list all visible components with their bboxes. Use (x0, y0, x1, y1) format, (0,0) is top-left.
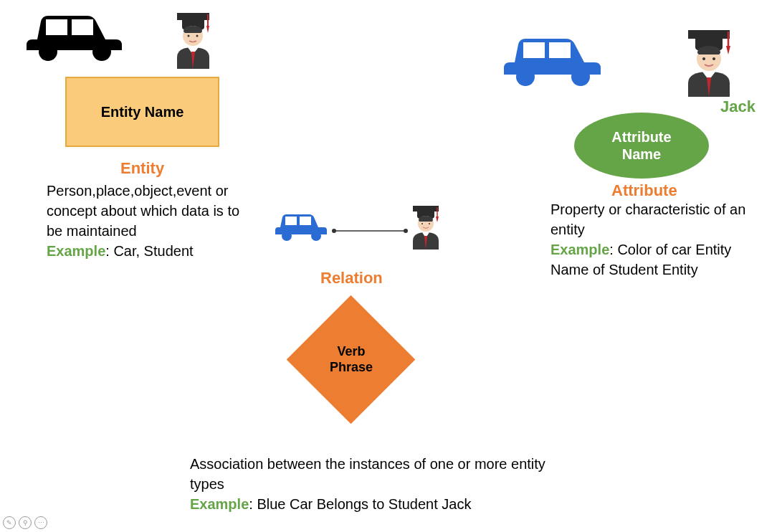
relation-heading: Relation (320, 269, 383, 288)
bottom-icon-bar: ✎ ⚲ ⋯ (3, 516, 47, 529)
svg-rect-4 (177, 13, 209, 20)
attribute-shape-ellipse: AttributeName (574, 113, 709, 179)
relation-line (330, 224, 409, 237)
relation-shape-diamond: VerbPhrase (287, 295, 416, 424)
svg-rect-11 (523, 42, 545, 58)
edit-icon-button[interactable]: ✎ (3, 516, 16, 529)
zoom-icon-button[interactable]: ⚲ (19, 516, 32, 529)
svg-point-19 (311, 231, 321, 241)
svg-point-27 (421, 223, 423, 224)
svg-rect-20 (285, 217, 297, 225)
attribute-example-label: Example (550, 242, 609, 257)
svg-rect-2 (46, 19, 67, 35)
graduate-icon-rel (405, 201, 447, 252)
relation-description: Association between the instances of one… (190, 456, 545, 492)
svg-point-16 (712, 57, 715, 60)
entity-shape-box: Entity Name (65, 77, 219, 147)
attribute-shape-label: AttributeName (611, 128, 671, 163)
svg-point-0 (39, 42, 57, 61)
svg-point-23 (332, 229, 336, 233)
relation-example-label: Example (190, 496, 249, 512)
relation-description-block: Association between the instances of one… (190, 454, 563, 514)
relation-shape-label: VerbPhrase (330, 344, 373, 375)
car-icon-black (16, 0, 134, 67)
svg-point-6 (188, 35, 190, 37)
svg-rect-12 (549, 42, 571, 58)
more-icon-button[interactable]: ⋯ (34, 516, 47, 529)
entity-description: Person,place,object,event or concept abo… (47, 183, 239, 239)
svg-point-1 (92, 42, 111, 61)
entity-description-block: Person,place,object,event or concept abo… (47, 181, 254, 261)
car-icon-blue-rel (270, 204, 330, 247)
car-icon-blue-attr (495, 21, 609, 92)
svg-point-9 (516, 67, 535, 86)
svg-point-7 (196, 35, 199, 37)
attribute-description: Property or characteristic of an entity (550, 201, 745, 237)
entity-example-text: : Car, Student (105, 243, 193, 259)
svg-rect-3 (72, 19, 93, 35)
svg-point-10 (571, 67, 590, 86)
attribute-description-block: Property or characteristic of an entity … (550, 199, 769, 280)
jack-label: Jack (720, 98, 755, 116)
svg-rect-25 (413, 206, 439, 212)
graduate-icon-attr (675, 22, 743, 100)
relation-example-text: : Blue Car Belongs to Student Jack (249, 496, 471, 512)
svg-point-15 (702, 57, 705, 60)
svg-rect-13 (688, 30, 730, 39)
attribute-heading: Attribute (611, 181, 677, 200)
graduate-icon-entity (166, 6, 220, 72)
svg-point-18 (282, 231, 292, 241)
entity-heading: Entity (120, 159, 164, 178)
svg-rect-21 (300, 217, 311, 225)
entity-shape-label: Entity Name (101, 104, 184, 120)
entity-example-label: Example (47, 243, 105, 259)
svg-point-28 (429, 223, 430, 224)
